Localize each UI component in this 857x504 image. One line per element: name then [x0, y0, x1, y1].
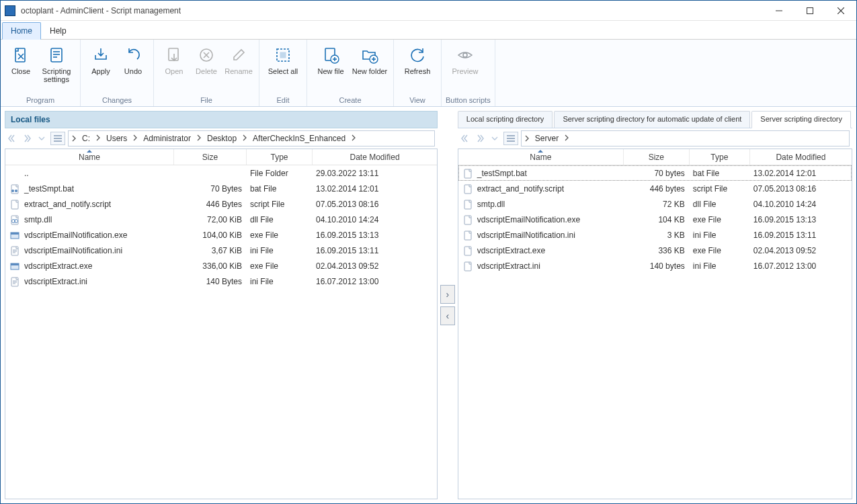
open-icon	[164, 45, 184, 65]
svg-rect-52	[464, 200, 471, 209]
cell-type: File Folder	[246, 169, 312, 178]
chevron-right-icon	[351, 134, 356, 143]
nav-dropdown-icon[interactable]	[489, 132, 501, 144]
table-row[interactable]: ..File Folder29.03.2022 13:11	[5, 165, 437, 181]
file-icon	[462, 214, 473, 225]
ribbon-tool-label: Rename	[225, 67, 253, 75]
col-size[interactable]: Size	[173, 149, 246, 165]
left-table-header: Name Size Type Date Modified	[5, 149, 437, 165]
cell-size: 446 bytes	[623, 184, 689, 194]
new-folder-button[interactable]: New folder	[350, 42, 389, 78]
ribbon-group-edit: Select allEdit	[259, 40, 307, 106]
cell-name: _testSmpt.bat	[458, 168, 623, 179]
menu-tab-help[interactable]: Help	[41, 22, 75, 39]
svg-rect-55	[464, 247, 471, 255]
table-row[interactable]: vdscriptEmailNotification.ini3,67 KiBini…	[5, 243, 437, 258]
maximize-button[interactable]	[794, 1, 825, 21]
right-breadcrumb[interactable]: Server	[521, 130, 850, 146]
ribbon-group-label: Create	[311, 95, 389, 105]
svg-rect-28	[11, 185, 18, 194]
table-row[interactable]: _testSmpt.bat70 Bytesbat File13.02.2014 …	[5, 181, 437, 196]
cell-size: 140 Bytes	[173, 277, 246, 286]
left-breadcrumb[interactable]: C:UsersAdministratorDesktopAfterCheckInS…	[68, 130, 435, 146]
right-panel: Local scripting directoryServer scriptin…	[458, 111, 852, 499]
nav-back-all-icon[interactable]	[459, 132, 471, 144]
refresh-button[interactable]: Refresh	[398, 42, 437, 78]
col-type[interactable]: Type	[246, 149, 312, 165]
menu-tabs: Home Help	[1, 21, 856, 40]
undo-button[interactable]: Undo	[117, 42, 149, 78]
rename-icon	[229, 45, 249, 65]
file-icon	[462, 230, 473, 241]
panel-tab[interactable]: Local scripting directory	[458, 111, 553, 128]
cell-name: vdscriptExtract.exe	[5, 261, 173, 271]
table-row[interactable]: smtp.dll72,00 KiBdll File04.10.2010 14:2…	[5, 212, 437, 227]
nav-forward-all-icon[interactable]	[21, 132, 33, 144]
list-view-icon[interactable]	[503, 132, 518, 145]
transfer-right-button[interactable]: ›	[440, 285, 455, 304]
cell-type: exe File	[689, 246, 749, 255]
nav-dropdown-icon[interactable]	[36, 132, 48, 144]
breadcrumb-segment[interactable]: C:	[78, 134, 94, 143]
breadcrumb-segment[interactable]: Users	[102, 134, 131, 143]
cell-type: ini File	[246, 246, 312, 255]
close-button[interactable]: Close	[5, 42, 37, 78]
ribbon-group-label: File	[158, 95, 255, 105]
breadcrumb-segment[interactable]: AfterCheckInS_Enhanced	[249, 134, 350, 143]
col-date[interactable]: Date Modified	[312, 149, 437, 165]
list-view-icon[interactable]	[50, 132, 65, 145]
cell-name: vdscriptEmailNotification.ini	[5, 245, 173, 256]
cell-date: 13.02.2014 12:01	[312, 184, 437, 194]
table-row[interactable]: vdscriptEmailNotification.exe104,00 KiBe…	[5, 227, 437, 243]
scripting-settings-icon	[46, 45, 67, 65]
svg-rect-53	[464, 216, 471, 224]
table-row[interactable]: extract_and_notify.script446 Bytesscript…	[5, 196, 437, 212]
svg-rect-7	[51, 48, 62, 62]
new-file-button[interactable]: New file	[311, 42, 350, 78]
table-row[interactable]: vdscriptEmailNotification.ini3 KBini Fil…	[458, 227, 852, 243]
close-button[interactable]	[825, 1, 856, 21]
col-size[interactable]: Size	[623, 149, 689, 165]
cell-date: 07.05.2013 08:16	[312, 200, 437, 209]
col-name[interactable]: Name	[458, 149, 623, 165]
ribbon-tool-label: Scripting settings	[38, 67, 75, 83]
minimize-button[interactable]	[764, 1, 794, 21]
cell-name: _testSmpt.bat	[5, 183, 173, 194]
preview-button: Preview	[446, 42, 485, 78]
select-all-button[interactable]: Select all	[263, 42, 302, 78]
apply-button[interactable]: Apply	[85, 42, 117, 78]
cell-date: 29.03.2022 13:11	[312, 169, 437, 178]
breadcrumb-segment[interactable]: Administrator	[139, 134, 195, 143]
table-row[interactable]: _testSmpt.bat70 bytesbat File13.02.2014 …	[458, 165, 852, 181]
open-button: Open	[158, 42, 190, 78]
panel-tab[interactable]: Server scripting directory	[751, 111, 851, 128]
cell-name: ..	[5, 168, 173, 179]
col-name[interactable]: Name	[5, 149, 173, 165]
file-icon	[9, 230, 20, 241]
table-row[interactable]: vdscriptEmailNotification.exe104 KBexe F…	[458, 212, 852, 227]
table-row[interactable]: smtp.dll72 KBdll File04.10.2010 14:24	[458, 196, 852, 212]
transfer-left-button[interactable]: ‹	[440, 306, 455, 325]
svg-rect-50	[464, 169, 471, 178]
col-date[interactable]: Date Modified	[749, 149, 852, 165]
breadcrumb-segment[interactable]: Desktop	[203, 134, 241, 143]
file-icon	[9, 199, 20, 210]
table-row[interactable]: vdscriptExtract.exe336,00 KiBexe File02.…	[5, 258, 437, 274]
table-row[interactable]: extract_and_notify.script446 bytesscript…	[458, 181, 852, 196]
table-row[interactable]: vdscriptExtract.ini140 bytesini File16.0…	[458, 258, 852, 274]
chevron-right-icon	[242, 134, 247, 143]
left-table-body: ..File Folder29.03.2022 13:11_testSmpt.b…	[5, 165, 437, 499]
ribbon-group-view: RefreshView	[394, 40, 442, 106]
select-all-icon	[273, 45, 293, 65]
nav-back-all-icon[interactable]	[6, 132, 18, 144]
col-type[interactable]: Type	[689, 149, 749, 165]
menu-tab-home[interactable]: Home	[2, 22, 41, 40]
nav-forward-all-icon[interactable]	[474, 132, 486, 144]
ribbon-tool-label: New folder	[352, 67, 388, 75]
table-row[interactable]: vdscriptExtract.ini140 Bytesini File16.0…	[5, 274, 437, 289]
cell-type: exe File	[689, 215, 749, 224]
table-row[interactable]: vdscriptExtract.exe336 KBexe File02.04.2…	[458, 243, 852, 258]
breadcrumb-segment[interactable]: Server	[531, 134, 563, 143]
panel-tab[interactable]: Server scripting directory for automatic…	[554, 111, 750, 128]
scripting-settings-button[interactable]: Scripting settings	[37, 42, 76, 86]
